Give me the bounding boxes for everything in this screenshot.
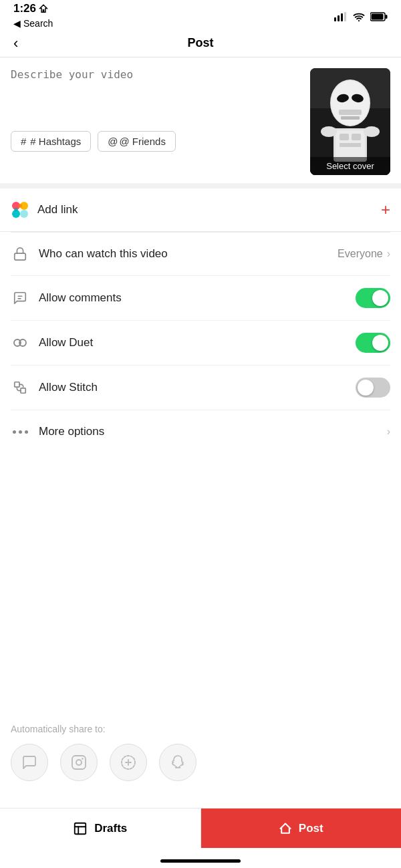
stitch-icon: [11, 378, 29, 397]
allow-duet-toggle[interactable]: [356, 333, 390, 353]
description-area: # # Hashtags @ @ Friends: [0, 57, 401, 183]
allow-comments-label: Allow comments: [39, 291, 122, 305]
select-cover-label[interactable]: Select cover: [310, 157, 390, 175]
share-messages-button[interactable]: [11, 744, 48, 781]
allow-duet-row[interactable]: Allow Duet: [11, 321, 390, 366]
status-bar: 1:26 ◀ Search: [0, 0, 401, 29]
status-time: 1:26: [13, 2, 53, 15]
signal-icon: [334, 12, 348, 21]
svg-point-22: [321, 126, 337, 137]
at-icon: @: [108, 136, 118, 147]
status-icons: [334, 12, 388, 21]
svg-rect-21: [340, 143, 361, 147]
tiktok-dots-icon: [11, 200, 29, 219]
hashtag-icon: #: [21, 136, 26, 147]
svg-rect-43: [75, 823, 86, 834]
svg-rect-35: [15, 382, 19, 387]
svg-rect-8: [372, 14, 384, 20]
svg-marker-0: [40, 5, 47, 12]
allow-stitch-label: Allow Stitch: [39, 381, 98, 394]
auto-share-section: Automatically share to:: [0, 710, 401, 781]
duet-icon: [11, 333, 29, 352]
allow-stitch-row[interactable]: Allow Stitch: [11, 366, 390, 410]
more-options-row[interactable]: More options ›: [11, 410, 390, 453]
svg-point-38: [76, 760, 82, 765]
wifi-icon: [353, 12, 365, 21]
drafts-icon: [73, 821, 88, 836]
svg-rect-37: [72, 756, 86, 769]
svg-rect-1: [334, 17, 336, 21]
battery-icon: [370, 12, 388, 21]
friends-button[interactable]: @ @ Friends: [98, 131, 176, 152]
tag-buttons: # # Hashtags @ @ Friends: [11, 131, 302, 152]
add-link-left: Add link: [11, 200, 78, 219]
add-link-row[interactable]: Add link +: [0, 188, 401, 232]
svg-point-40: [122, 756, 135, 769]
allow-comments-row[interactable]: Allow comments: [11, 276, 390, 321]
who-can-watch-label: Who can watch this video: [39, 247, 168, 261]
allow-duet-left: Allow Duet: [11, 333, 93, 352]
back-button[interactable]: ‹: [13, 35, 18, 52]
plus-icon: +: [381, 200, 390, 219]
allow-comments-toggle[interactable]: [356, 288, 390, 308]
description-input-wrap: # # Hashtags @ @ Friends: [11, 68, 302, 175]
svg-rect-15: [339, 110, 362, 115]
svg-point-39: [82, 758, 83, 759]
video-thumbnail[interactable]: Select cover: [310, 68, 390, 175]
chevron-icon: ›: [387, 248, 390, 260]
svg-point-28: [18, 204, 22, 208]
more-options-right: ›: [387, 426, 390, 438]
share-add-button[interactable]: [110, 744, 147, 781]
page-title: Post: [187, 36, 213, 50]
allow-comments-left: Allow comments: [11, 289, 122, 307]
svg-rect-36: [21, 388, 25, 393]
svg-rect-19: [340, 134, 349, 140]
nav-bar: ‹ Post: [0, 29, 401, 57]
who-can-watch-left: Who can watch this video: [11, 245, 168, 263]
auto-share-label: Automatically share to:: [11, 724, 390, 734]
allow-stitch-toggle[interactable]: [356, 378, 390, 398]
location-icon: [39, 4, 48, 13]
post-icon: [279, 822, 292, 835]
hashtags-button[interactable]: # # Hashtags: [11, 131, 91, 152]
add-link-label: Add link: [37, 203, 78, 216]
svg-rect-2: [338, 15, 340, 21]
description-input[interactable]: [11, 68, 302, 122]
drafts-button[interactable]: Drafts: [0, 809, 201, 848]
share-snapchat-button[interactable]: [159, 744, 196, 781]
section-divider: [0, 183, 401, 188]
svg-point-27: [20, 210, 28, 218]
post-button[interactable]: Post: [201, 809, 402, 848]
svg-rect-16: [341, 116, 360, 120]
who-can-watch-row[interactable]: Who can watch this video Everyone ›: [11, 233, 390, 276]
svg-rect-30: [15, 253, 26, 260]
svg-rect-4: [344, 12, 346, 21]
more-options-chevron: ›: [387, 426, 390, 438]
home-indicator: [160, 859, 241, 863]
allow-stitch-left: Allow Stitch: [11, 378, 98, 397]
svg-rect-3: [341, 13, 343, 21]
share-instagram-button[interactable]: [60, 744, 98, 781]
allow-duet-label: Allow Duet: [39, 336, 93, 349]
settings-section: Who can watch this video Everyone › Allo…: [0, 233, 401, 453]
svg-point-5: [358, 20, 360, 21]
svg-rect-7: [386, 15, 388, 19]
more-options-icon: [11, 422, 29, 441]
lock-icon: [11, 245, 29, 263]
comment-icon: [11, 289, 29, 307]
more-options-label: More options: [39, 425, 104, 438]
svg-rect-20: [352, 134, 361, 140]
svg-point-29: [14, 208, 18, 212]
share-icons-row: [11, 744, 390, 781]
svg-point-23: [364, 126, 380, 137]
who-can-watch-value: Everyone ›: [338, 248, 390, 260]
more-options-left: More options: [11, 422, 104, 441]
bottom-bar: Drafts Post: [0, 808, 401, 848]
